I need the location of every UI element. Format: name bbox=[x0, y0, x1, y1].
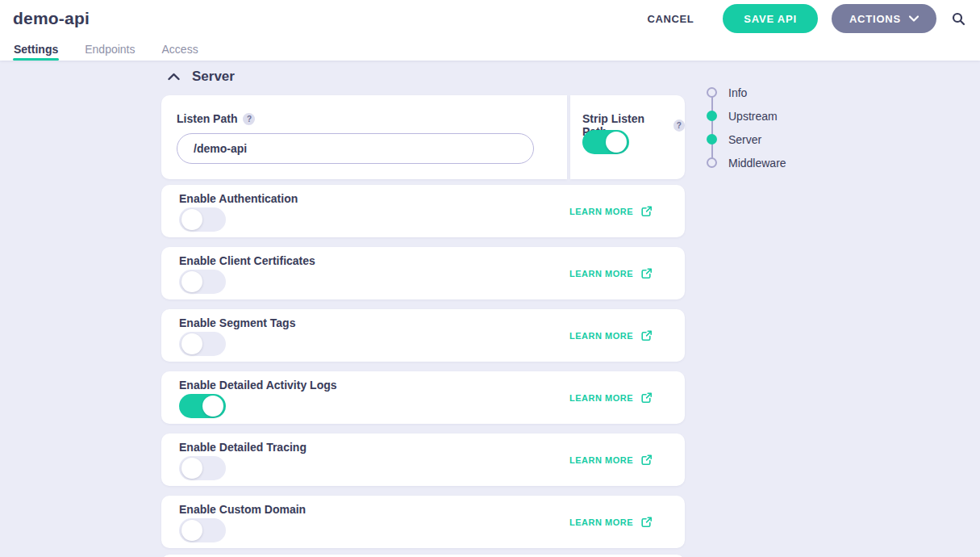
strip-listen-path-panel: Strip Listen Path ? bbox=[570, 95, 685, 179]
external-link-icon bbox=[640, 454, 653, 466]
chevron-down-icon bbox=[909, 15, 919, 22]
tab-access[interactable]: Access bbox=[161, 37, 199, 61]
toggle-row-label: Enable Authentication bbox=[179, 192, 298, 205]
toggle-row-label: Enable Client Certificates bbox=[179, 254, 315, 267]
chevron-up-icon bbox=[168, 73, 180, 81]
toggle-row: Enable Authentication LEARN MORE bbox=[161, 185, 685, 237]
toggle-switch-2[interactable] bbox=[179, 332, 226, 356]
strip-listen-path-toggle[interactable] bbox=[582, 130, 629, 154]
toggle-switch-3[interactable] bbox=[179, 394, 226, 418]
tab-endpoints[interactable]: Endpoints bbox=[84, 37, 136, 61]
listen-path-label-text: Listen Path bbox=[177, 112, 237, 125]
learn-more-label: LEARN MORE bbox=[569, 269, 633, 278]
external-link-icon bbox=[640, 267, 653, 279]
toggle-knob bbox=[181, 520, 202, 541]
listen-path-panel: Listen Path ? bbox=[161, 95, 567, 179]
settings-content: Server Listen Path ? Strip Listen Path ? bbox=[0, 61, 980, 557]
api-designer-page: demo-api CANCEL SAVE API ACTIONS Setting… bbox=[0, 0, 980, 557]
header-actions: CANCEL SAVE API ACTIONS bbox=[647, 4, 965, 33]
toggle-knob bbox=[181, 333, 202, 354]
learn-more-link[interactable]: LEARN MORE bbox=[569, 329, 653, 341]
toggle-row: Enable Segment Tags LEARN MORE bbox=[161, 309, 685, 362]
tab-endpoints-label: Endpoints bbox=[85, 43, 135, 56]
toggle-row: Enable Custom Domain LEARN MORE bbox=[161, 496, 685, 548]
learn-more-label: LEARN MORE bbox=[569, 207, 633, 216]
question-mark-icon[interactable]: ? bbox=[673, 119, 685, 132]
tab-settings-label: Settings bbox=[14, 43, 58, 56]
tab-bar: Settings Endpoints Access bbox=[0, 37, 980, 61]
search-icon bbox=[952, 12, 965, 26]
stepper-item-upstream[interactable]: Upstream bbox=[707, 104, 852, 128]
toggle-rows: Enable Authentication LEARN MORE Enable … bbox=[161, 185, 685, 557]
toggle-row-label: Enable Detailed Activity Logs bbox=[179, 379, 337, 392]
tab-access-label: Access bbox=[162, 43, 198, 56]
question-mark-icon[interactable]: ? bbox=[243, 113, 255, 125]
learn-more-link[interactable]: LEARN MORE bbox=[569, 516, 653, 528]
learn-more-label: LEARN MORE bbox=[569, 393, 633, 403]
page-title: demo-api bbox=[13, 9, 90, 28]
toggle-switch-1[interactable] bbox=[179, 270, 226, 294]
toggle-knob bbox=[181, 271, 202, 292]
toggle-switch-0[interactable] bbox=[179, 207, 226, 232]
section-stepper: Info Upstream Server Middleware bbox=[707, 81, 852, 174]
header: demo-api CANCEL SAVE API ACTIONS bbox=[0, 0, 980, 37]
external-link-icon bbox=[640, 329, 653, 341]
external-link-icon bbox=[640, 392, 653, 404]
toggle-knob bbox=[606, 132, 627, 153]
active-tab-underline bbox=[13, 58, 59, 61]
stepper-item-label: Info bbox=[728, 86, 747, 99]
toggle-knob bbox=[181, 209, 202, 230]
server-section-header[interactable]: Server bbox=[168, 69, 235, 85]
stepper-item-label: Middleware bbox=[728, 157, 786, 170]
learn-more-label: LEARN MORE bbox=[569, 455, 633, 465]
stepper-dot-icon bbox=[707, 157, 717, 168]
toggle-row: Enable Detailed Tracing LEARN MORE bbox=[161, 433, 685, 486]
actions-button[interactable]: ACTIONS bbox=[832, 4, 936, 33]
stepper-dot-icon bbox=[707, 111, 717, 121]
toggle-row-label: Enable Custom Domain bbox=[179, 503, 306, 516]
toggle-row: Enable Detailed Activity Logs LEARN MORE bbox=[161, 371, 685, 424]
listen-path-label: Listen Path ? bbox=[177, 112, 255, 125]
save-api-button[interactable]: SAVE API bbox=[723, 4, 818, 33]
toggle-row: Enable Client Certificates LEARN MORE bbox=[161, 247, 685, 299]
toggle-switch-5[interactable] bbox=[179, 518, 226, 542]
actions-button-label: ACTIONS bbox=[849, 13, 901, 25]
stepper-item-label: Upstream bbox=[728, 110, 778, 123]
external-link-icon bbox=[640, 205, 653, 217]
toggle-row-label: Enable Detailed Tracing bbox=[179, 441, 307, 454]
listen-path-card: Listen Path ? Strip Listen Path ? bbox=[161, 95, 685, 179]
tab-settings[interactable]: Settings bbox=[13, 37, 59, 61]
cancel-button[interactable]: CANCEL bbox=[647, 13, 694, 25]
toggle-knob bbox=[181, 458, 202, 479]
stepper-dot-icon bbox=[707, 87, 717, 98]
learn-more-label: LEARN MORE bbox=[569, 331, 633, 341]
stepper-dot-icon bbox=[707, 134, 717, 144]
stepper-item-label: Server bbox=[728, 133, 761, 146]
stepper-item-server[interactable]: Server bbox=[707, 128, 852, 151]
section-title: Server bbox=[192, 69, 235, 85]
learn-more-link[interactable]: LEARN MORE bbox=[569, 392, 653, 404]
toggle-knob bbox=[202, 396, 223, 417]
stepper-item-info[interactable]: Info bbox=[707, 81, 852, 104]
stepper-item-middleware[interactable]: Middleware bbox=[707, 151, 852, 174]
learn-more-link[interactable]: LEARN MORE bbox=[569, 205, 653, 217]
search-button[interactable] bbox=[952, 12, 965, 26]
toggle-row-label: Enable Segment Tags bbox=[179, 316, 295, 329]
external-link-icon bbox=[640, 516, 653, 528]
toggle-switch-4[interactable] bbox=[179, 456, 226, 480]
learn-more-link[interactable]: LEARN MORE bbox=[569, 454, 653, 466]
learn-more-label: LEARN MORE bbox=[569, 517, 633, 527]
listen-path-input[interactable] bbox=[177, 133, 534, 164]
learn-more-link[interactable]: LEARN MORE bbox=[569, 267, 653, 279]
